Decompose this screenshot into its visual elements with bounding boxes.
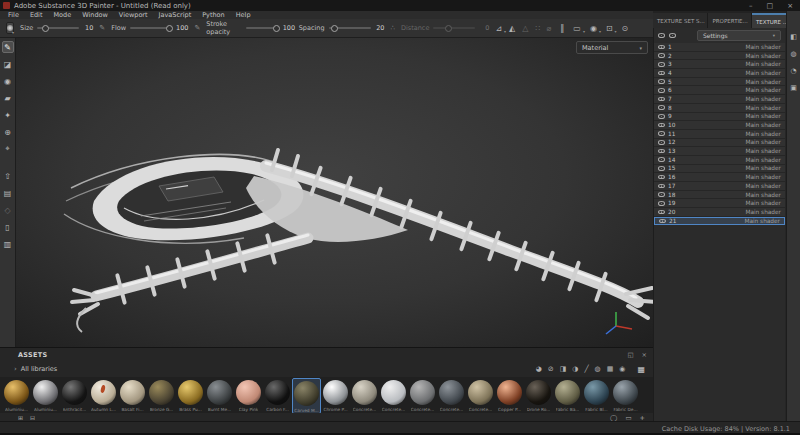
visibility-eye-icon[interactable] bbox=[658, 79, 665, 84]
Aluminiu...[interactable]: Aluminiu... bbox=[2, 378, 31, 412]
filter-environments-icon[interactable]: ◉ bbox=[619, 365, 625, 373]
environment-icon[interactable]: ◉ bbox=[590, 24, 597, 33]
texture-set-row[interactable]: 20 Main shader bbox=[654, 208, 785, 217]
paint-tool[interactable]: ✎ bbox=[2, 41, 14, 53]
lazy-mouse-icon[interactable]: ∷ bbox=[535, 24, 540, 33]
visibility-eye-icon[interactable] bbox=[658, 123, 665, 128]
texture-set-row[interactable]: 18 Main shader bbox=[654, 191, 785, 200]
Fabric De...[interactable]: Fabric De... bbox=[611, 378, 640, 412]
Concrete...[interactable]: Concrete... bbox=[466, 378, 495, 412]
minimize-button[interactable]: – bbox=[749, 2, 753, 10]
visibility-eye-icon[interactable] bbox=[658, 114, 665, 119]
menu-item[interactable]: File bbox=[8, 11, 19, 19]
visibility-eye-icon[interactable] bbox=[658, 184, 665, 189]
filter-materials-icon[interactable]: ◕ bbox=[536, 365, 542, 373]
library-dropdown[interactable]: All libraries bbox=[21, 365, 57, 373]
visibility-eye-icon[interactable] bbox=[658, 88, 665, 93]
visibility-eye-icon[interactable] bbox=[658, 105, 665, 110]
snap-icon[interactable]: ⌀ bbox=[547, 24, 552, 33]
display-settings-icon[interactable]: ◧ bbox=[790, 33, 797, 41]
texture-set-row[interactable]: 11 Main shader bbox=[654, 130, 785, 139]
Clay Pink[interactable]: Clay Pink bbox=[234, 378, 263, 412]
menu-item[interactable]: JavaScript bbox=[159, 11, 192, 19]
texture-set-row[interactable]: 12 Main shader bbox=[654, 139, 785, 148]
size-value[interactable]: 10 bbox=[83, 24, 93, 32]
Fabric Bl...[interactable]: Fabric Bl... bbox=[582, 378, 611, 412]
import-resource-icon[interactable]: ⊞ bbox=[18, 414, 23, 421]
texture-set-row[interactable]: 13 Main shader bbox=[654, 147, 785, 156]
stroke-opacity-slider[interactable] bbox=[246, 27, 278, 29]
menu-item[interactable]: Window bbox=[82, 11, 108, 19]
Burnt Me...[interactable]: Burnt Me... bbox=[205, 378, 234, 412]
visibility-eye-icon[interactable] bbox=[658, 53, 665, 58]
export-icon[interactable]: ⇧ bbox=[2, 170, 14, 182]
visibility-eye-icon[interactable] bbox=[658, 157, 665, 162]
Drone Ro...[interactable]: Drone Ro... bbox=[524, 378, 553, 412]
Brass Pu...[interactable]: Brass Pu... bbox=[176, 378, 205, 412]
texture-set-row[interactable]: 8 Main shader bbox=[654, 104, 785, 113]
Basalt Fi...[interactable]: Basalt Fi... bbox=[118, 378, 147, 412]
menu-item[interactable]: Help bbox=[236, 11, 251, 19]
stroke-opacity-value[interactable]: 100 bbox=[283, 24, 293, 32]
document-icon[interactable]: ▯ bbox=[2, 221, 14, 233]
visibility-column-eye-icon[interactable] bbox=[658, 33, 665, 38]
filter-filters-icon[interactable]: ◑ bbox=[572, 365, 578, 373]
visibility-eye-icon[interactable] bbox=[658, 71, 665, 76]
texture-set-row[interactable]: 4 Main shader bbox=[654, 69, 785, 78]
texture-set-row[interactable]: 10 Main shader bbox=[654, 121, 785, 130]
solo-column-eye-icon[interactable] bbox=[669, 33, 676, 38]
camera-icon[interactable]: ⊙ bbox=[622, 24, 629, 33]
visibility-eye-icon[interactable] bbox=[658, 201, 665, 206]
polygon-fill-tool[interactable]: ▰ bbox=[2, 92, 14, 104]
filter-brushes-icon[interactable]: ╱ bbox=[584, 365, 588, 373]
texture-set-row[interactable]: 6 Main shader bbox=[654, 86, 785, 95]
visibility-eye-icon[interactable] bbox=[658, 192, 665, 197]
visibility-eye-icon[interactable] bbox=[658, 131, 665, 136]
display-mode-icon[interactable]: ⊡ bbox=[606, 24, 613, 33]
texture-set-row[interactable]: 17 Main shader bbox=[654, 182, 785, 191]
menu-item[interactable]: Viewport bbox=[119, 11, 148, 19]
texture-set-row[interactable]: 14 Main shader bbox=[654, 156, 785, 165]
falloff-curve-icon[interactable]: ⊿ bbox=[495, 24, 502, 33]
symmetry-icon[interactable]: ◭ bbox=[509, 24, 515, 33]
projection-tool[interactable]: ◉ bbox=[2, 75, 14, 87]
grid-view-icon[interactable]: ▦ bbox=[637, 365, 645, 374]
brush-preview-button[interactable] bbox=[6, 22, 14, 34]
visibility-eye-icon[interactable] bbox=[658, 175, 665, 180]
maximize-button[interactable]: □ bbox=[767, 2, 774, 10]
texture-set-row[interactable]: 15 Main shader bbox=[654, 165, 785, 174]
eraser-tool[interactable]: ◪ bbox=[2, 58, 14, 70]
texture-set-row[interactable]: 19 Main shader bbox=[654, 199, 785, 208]
visibility-eye-icon[interactable] bbox=[658, 210, 665, 215]
menu-item[interactable]: Mode bbox=[53, 11, 71, 19]
texture-set-row[interactable]: 5 Main shader bbox=[654, 78, 785, 87]
Bronze G...[interactable]: Bronze G... bbox=[147, 378, 176, 412]
material-picker-tool[interactable]: ⌖ bbox=[2, 143, 14, 155]
spacing-slider[interactable] bbox=[329, 27, 371, 29]
filter-smart-materials-icon[interactable]: ⊘ bbox=[548, 365, 554, 373]
flow-value[interactable]: 100 bbox=[176, 24, 188, 32]
visibility-eye-icon[interactable] bbox=[658, 166, 665, 171]
Concrete...[interactable]: Concrete... bbox=[350, 378, 379, 412]
Carved M...[interactable]: Carved M... bbox=[292, 378, 321, 413]
Aluminiu...[interactable]: Aluminiu... bbox=[31, 378, 60, 412]
texture-set-row[interactable]: 3 Main shader bbox=[654, 60, 785, 69]
panel-tab[interactable]: PROPERTIE... bbox=[708, 13, 751, 28]
menu-item[interactable]: Edit bbox=[30, 11, 43, 19]
Copper P...[interactable]: Copper P... bbox=[495, 378, 524, 412]
visibility-eye-icon[interactable] bbox=[659, 219, 666, 224]
Concrete...[interactable]: Concrete... bbox=[379, 378, 408, 412]
Autumn L...[interactable]: Autumn L... bbox=[89, 378, 118, 412]
close-button[interactable]: × bbox=[787, 2, 793, 10]
shading-mode-dropdown[interactable]: Material ▾ bbox=[576, 41, 648, 54]
Chrome P...[interactable]: Chrome P... bbox=[321, 378, 350, 412]
visibility-eye-icon[interactable] bbox=[658, 97, 665, 102]
filter-textures-icon[interactable]: ▦ bbox=[607, 365, 614, 373]
visibility-eye-icon[interactable] bbox=[658, 140, 665, 145]
filter-smart-masks-icon[interactable]: ◨ bbox=[560, 365, 567, 373]
images-icon[interactable]: ▤ bbox=[2, 187, 14, 199]
texture-set-row[interactable]: 16 Main shader bbox=[654, 173, 785, 182]
Concrete...[interactable]: Concrete... bbox=[437, 378, 466, 412]
menu-item[interactable]: Python bbox=[202, 11, 225, 19]
texture-set-row[interactable]: 9 Main shader bbox=[654, 113, 785, 122]
